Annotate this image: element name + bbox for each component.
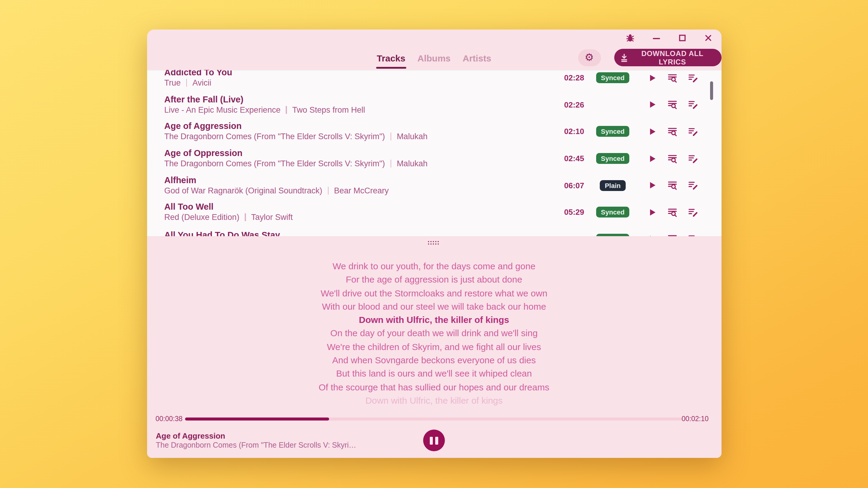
play-track-button[interactable]: [645, 98, 660, 112]
track-title: Age of Oppression: [164, 148, 427, 158]
lyric-line: On the day of your death we will drink a…: [147, 327, 721, 340]
pause-button[interactable]: [423, 430, 445, 452]
edit-lyrics-button[interactable]: [686, 124, 700, 139]
track-row[interactable]: All Too Well Red (Deluxe Edition) Taylor…: [147, 199, 721, 226]
lyrics-status-badge: Synced: [596, 207, 629, 218]
edit-lyrics-icon: [688, 73, 698, 83]
track-title: After the Fall (Live): [164, 95, 365, 105]
track-row[interactable]: All You Had To Do Was Stay Synced: [147, 226, 721, 236]
album-artist-divider: [245, 214, 246, 221]
track-title: Alfheim: [164, 175, 389, 185]
search-lyrics-button[interactable]: [665, 205, 680, 220]
track-artist: Bear McCreary: [334, 185, 389, 195]
track-row[interactable]: Alfheim God of War Ragnarök (Original So…: [147, 172, 721, 199]
search-lyrics-icon: [667, 180, 678, 190]
track-info: After the Fall (Live) Live - An Epic Mus…: [164, 95, 365, 115]
desktop: Tracks Albums Artists ⚙ DOWNLOAD ALL LYR…: [0, 0, 868, 488]
play-track-button[interactable]: [645, 178, 660, 193]
lyric-line: We drink to our youth, for the days come…: [147, 260, 721, 273]
download-all-lyrics-button[interactable]: DOWNLOAD ALL LYRICS: [614, 49, 721, 66]
track-subtitle: Red (Deluxe Edition) Taylor Swift: [164, 213, 293, 223]
album-artist-divider: [390, 160, 391, 167]
track-artist: Avicii: [193, 78, 212, 88]
track-duration: 02:26: [556, 100, 592, 109]
lyric-line: Down with Ulfric, the killer of kings: [147, 313, 721, 327]
track-duration: 02:45: [556, 154, 592, 163]
track-album: The Dragonborn Comes (From "The Elder Sc…: [164, 158, 385, 169]
search-lyrics-icon: [667, 127, 678, 137]
search-lyrics-button[interactable]: [665, 178, 680, 193]
track-info: Age of Oppression The Dragonborn Comes (…: [164, 148, 427, 169]
lyrics-status-badge: Synced: [596, 126, 629, 137]
edit-lyrics-icon: [688, 100, 698, 110]
search-lyrics-icon: [667, 234, 678, 236]
search-lyrics-button[interactable]: [665, 151, 680, 166]
tab-tracks[interactable]: Tracks: [376, 52, 406, 64]
maximize-button[interactable]: [674, 30, 690, 45]
album-artist-divider: [328, 187, 329, 194]
close-button[interactable]: [700, 30, 716, 45]
lyric-line: We're the children of Skyrim, and we fig…: [147, 340, 721, 354]
track-title: All Too Well: [164, 202, 293, 213]
progress-row: 00:00:38 00:02:10: [147, 415, 721, 424]
track-duration: 06:07: [556, 181, 592, 190]
play-track-button[interactable]: [645, 71, 660, 85]
edit-lyrics-button[interactable]: [686, 178, 700, 193]
search-lyrics-button[interactable]: [665, 71, 680, 85]
track-artist: Malukah: [397, 158, 427, 169]
track-list: Addicted To You True Avicii 02:28 Synced: [147, 70, 721, 236]
track-title: Addicted To You: [164, 70, 232, 78]
seek-bar[interactable]: [185, 418, 682, 421]
minimize-button[interactable]: [648, 30, 664, 45]
track-info: All Too Well Red (Deluxe Edition) Taylor…: [164, 202, 293, 223]
pause-icon: [430, 437, 438, 445]
scrollbar-thumb[interactable]: [710, 82, 713, 100]
lyric-line: We'll drive out the Stormcloaks and rest…: [147, 287, 721, 300]
search-lyrics-icon: [667, 73, 678, 83]
album-artist-divider: [286, 106, 287, 114]
play-track-button[interactable]: [645, 151, 660, 166]
edit-lyrics-button[interactable]: [686, 98, 700, 112]
play-track-button[interactable]: [645, 124, 660, 139]
seek-bar-fill: [185, 418, 329, 421]
lyric-line: Down with Ulfric, the killer of kings: [147, 394, 721, 408]
gear-icon: ⚙: [585, 53, 594, 63]
minimize-icon: [652, 33, 660, 42]
track-artist: Two Steps from Hell: [292, 105, 365, 115]
search-lyrics-icon: [667, 153, 678, 164]
play-icon: [649, 101, 656, 109]
titlebar[interactable]: Tracks Albums Artists ⚙ DOWNLOAD ALL LYR…: [147, 29, 721, 70]
play-track-button[interactable]: [645, 205, 660, 220]
search-lyrics-button[interactable]: [665, 124, 680, 139]
header-toolbar: Tracks Albums Artists ⚙ DOWNLOAD ALL LYR…: [147, 46, 721, 70]
play-track-button[interactable]: [645, 232, 660, 236]
edit-lyrics-button[interactable]: [686, 232, 700, 236]
search-lyrics-button[interactable]: [665, 232, 680, 236]
window-controls: [622, 30, 716, 45]
lyrics-status-badge: Plain: [600, 180, 626, 191]
tab-albums[interactable]: Albums: [417, 52, 451, 64]
search-lyrics-button[interactable]: [665, 98, 680, 112]
play-icon: [649, 181, 656, 189]
edit-lyrics-button[interactable]: [686, 151, 700, 166]
track-row[interactable]: After the Fall (Live) Live - An Epic Mus…: [147, 91, 721, 118]
track-subtitle: Live - An Epic Music Experience Two Step…: [164, 105, 365, 115]
lyrics-player-panel: We drink to our youth, for the days come…: [147, 236, 721, 458]
debug-indicator-button[interactable]: [622, 30, 638, 45]
pane-drag-handle[interactable]: [428, 241, 440, 246]
play-icon: [649, 128, 656, 135]
edit-lyrics-icon: [688, 234, 698, 236]
track-album: Red (Deluxe Edition): [164, 213, 239, 223]
track-album: True: [164, 78, 181, 88]
track-row[interactable]: Addicted To You True Avicii 02:28 Synced: [147, 70, 721, 91]
edit-lyrics-button[interactable]: [686, 71, 700, 85]
track-info: All You Had To Do Was Stay: [164, 230, 280, 236]
track-row[interactable]: Age of Oppression The Dragonborn Comes (…: [147, 145, 721, 172]
close-icon: [704, 33, 712, 42]
edit-lyrics-button[interactable]: [686, 205, 700, 220]
settings-button[interactable]: ⚙: [578, 49, 601, 66]
tab-artists[interactable]: Artists: [462, 52, 492, 64]
now-playing-title: Age of Aggression: [156, 431, 225, 441]
track-row[interactable]: Age of Aggression The Dragonborn Comes (…: [147, 118, 721, 145]
track-duration: 02:10: [556, 127, 592, 136]
